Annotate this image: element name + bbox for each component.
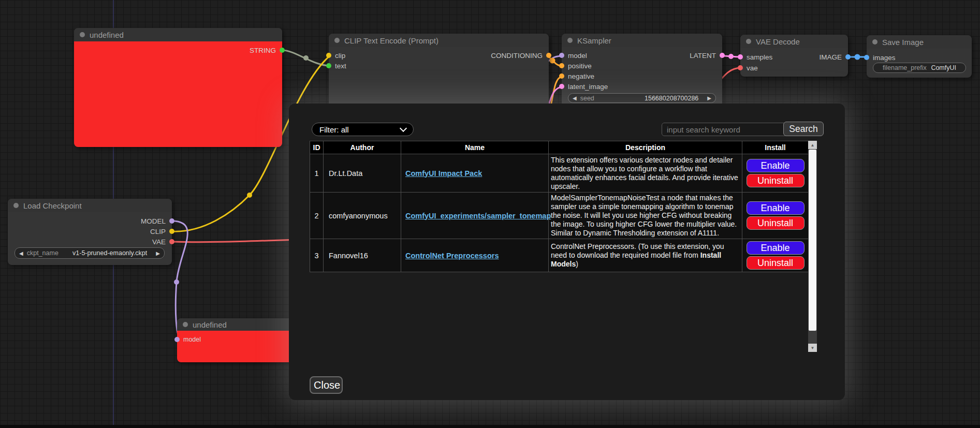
link-midpoint-dot bbox=[728, 54, 734, 59]
widget-decrement-icon[interactable]: ◀ bbox=[573, 95, 577, 101]
cell-description: This extension offers various detector n… bbox=[549, 154, 742, 193]
cell-install: Enable Uninstall bbox=[742, 154, 809, 193]
input-label: clip bbox=[335, 52, 345, 60]
input-port-model[interactable] bbox=[174, 337, 180, 342]
node-body: images filename_prefix ComfyUI bbox=[867, 49, 972, 78]
output-port-clip[interactable] bbox=[169, 229, 174, 234]
node-title: undefined bbox=[193, 320, 227, 329]
filter-select[interactable]: Filter: all bbox=[312, 123, 414, 136]
table-header-row: ID Author Name Description Install bbox=[310, 141, 809, 154]
extension-link[interactable]: ControlNet Preprocessors bbox=[405, 252, 499, 260]
input-label: model bbox=[568, 52, 587, 60]
column-header-install: Install bbox=[742, 141, 809, 154]
cell-install: Enable Uninstall bbox=[742, 239, 809, 272]
output-port-string[interactable] bbox=[280, 48, 285, 53]
node-title-bar[interactable]: KSampler bbox=[562, 34, 722, 47]
uninstall-button[interactable]: Uninstall bbox=[747, 256, 805, 270]
widget-decrement-icon[interactable]: ◀ bbox=[19, 250, 23, 256]
output-row-image: IMAGE bbox=[819, 53, 851, 61]
input-row-model: model bbox=[559, 52, 587, 59]
input-port-negative[interactable] bbox=[559, 73, 564, 79]
output-port-latent[interactable] bbox=[720, 53, 725, 58]
input-port-positive[interactable] bbox=[559, 63, 564, 68]
widget-increment-icon[interactable]: ▶ bbox=[707, 95, 711, 101]
output-port-vae[interactable] bbox=[169, 239, 174, 244]
node-collapse-dot-icon[interactable] bbox=[80, 32, 85, 37]
node-load-checkpoint[interactable]: Load Checkpoint MODEL CLIP VAE ◀ ckpt_na… bbox=[8, 199, 172, 265]
node-title-bar[interactable]: Save Image bbox=[867, 35, 972, 49]
link-midpoint-dot bbox=[855, 54, 860, 60]
input-port-images[interactable] bbox=[864, 55, 869, 60]
node-title: undefined bbox=[90, 31, 124, 39]
column-header-author: Author bbox=[324, 141, 401, 154]
input-label: vae bbox=[747, 64, 758, 72]
output-label: CLIP bbox=[150, 228, 166, 235]
search-input[interactable] bbox=[662, 123, 789, 136]
node-title: KSampler bbox=[577, 36, 611, 45]
node-title-bar[interactable]: CLIP Text Encode (Prompt) bbox=[329, 34, 549, 47]
enable-button[interactable]: Enable bbox=[747, 241, 805, 255]
uninstall-button[interactable]: Uninstall bbox=[747, 174, 805, 187]
node-collapse-dot-icon[interactable] bbox=[746, 39, 751, 44]
output-row-string: STRING bbox=[250, 47, 285, 54]
link-midpoint-dot bbox=[303, 55, 309, 61]
cell-id: 2 bbox=[310, 193, 324, 239]
node-collapse-dot-icon[interactable] bbox=[183, 322, 188, 327]
cell-id: 3 bbox=[310, 239, 324, 272]
scroll-up-icon[interactable]: ▲ bbox=[808, 141, 817, 149]
input-label: text bbox=[335, 62, 346, 70]
scroll-down-icon[interactable]: ▼ bbox=[808, 344, 817, 352]
close-button[interactable]: Close bbox=[310, 376, 343, 394]
node-body-error: STRING bbox=[74, 41, 282, 147]
node-save-image[interactable]: Save Image images filename_prefix ComfyU… bbox=[867, 35, 972, 78]
node-undefined-top[interactable]: undefined STRING bbox=[74, 28, 282, 147]
input-port-latent-image[interactable] bbox=[559, 84, 564, 89]
input-label: images bbox=[873, 54, 896, 62]
ckpt-name-widget[interactable]: ◀ ckpt_name v1-5-pruned-emaonly.ckpt ▶ bbox=[14, 247, 165, 259]
extension-link[interactable]: ComfyUI_experiments/sampler_tonemap bbox=[405, 212, 551, 220]
input-row-samples: samples bbox=[738, 53, 772, 61]
input-row-clip: clip bbox=[326, 52, 345, 59]
cell-description: ModelSamplerTonemapNoiseTest a node that… bbox=[549, 193, 742, 239]
output-port-image[interactable] bbox=[845, 54, 851, 60]
extension-link[interactable]: ComfyUI Impact Pack bbox=[405, 169, 482, 178]
input-row-vae: vae bbox=[738, 64, 758, 71]
widget-value: 156680208700286 bbox=[645, 95, 698, 102]
node-vae-decode[interactable]: VAE Decode samples vae IMAGE bbox=[740, 35, 848, 77]
column-header-description: Description bbox=[549, 141, 742, 154]
input-port-samples[interactable] bbox=[738, 54, 743, 60]
cell-id: 1 bbox=[310, 154, 324, 193]
node-title-bar[interactable]: VAE Decode bbox=[740, 35, 848, 48]
input-port-vae[interactable] bbox=[738, 65, 743, 70]
table-scrollbar[interactable]: ▲ ▼ bbox=[808, 141, 817, 352]
input-port-clip[interactable] bbox=[326, 53, 331, 58]
input-port-model[interactable] bbox=[559, 53, 564, 58]
output-row-model: MODEL bbox=[141, 217, 174, 225]
widget-increment-icon[interactable]: ▶ bbox=[156, 250, 160, 256]
enable-button[interactable]: Enable bbox=[747, 201, 805, 215]
uninstall-button[interactable]: Uninstall bbox=[747, 216, 805, 230]
link-midpoint-dot bbox=[174, 279, 179, 285]
widget-value: ComfyUI bbox=[931, 64, 956, 71]
output-port-conditioning[interactable] bbox=[546, 53, 551, 58]
node-collapse-dot-icon[interactable] bbox=[872, 39, 877, 45]
output-port-model[interactable] bbox=[169, 218, 174, 224]
output-label: LATENT bbox=[690, 52, 716, 60]
cell-author: comfyanonymous bbox=[324, 193, 401, 239]
enable-button[interactable]: Enable bbox=[747, 159, 805, 172]
input-row-negative: negative bbox=[559, 72, 594, 80]
node-collapse-dot-icon[interactable] bbox=[334, 38, 340, 43]
input-port-text[interactable] bbox=[326, 63, 331, 68]
output-label: STRING bbox=[250, 47, 276, 54]
scrollbar-thumb[interactable] bbox=[809, 150, 816, 331]
filter-select-value: Filter: all bbox=[319, 125, 349, 134]
node-collapse-dot-icon[interactable] bbox=[567, 38, 573, 43]
filename-prefix-widget[interactable]: filename_prefix ComfyUI bbox=[873, 63, 966, 73]
node-collapse-dot-icon[interactable] bbox=[13, 203, 19, 208]
cell-name: ComfyUI_experiments/sampler_tonemap bbox=[401, 193, 549, 239]
output-label: IMAGE bbox=[819, 53, 842, 61]
node-title-bar[interactable]: undefined bbox=[74, 28, 282, 41]
seed-widget[interactable]: ◀ seed 156680208700286 ▶ bbox=[568, 93, 716, 103]
search-button[interactable]: Search bbox=[783, 122, 824, 136]
node-title-bar[interactable]: Load Checkpoint bbox=[8, 199, 172, 212]
